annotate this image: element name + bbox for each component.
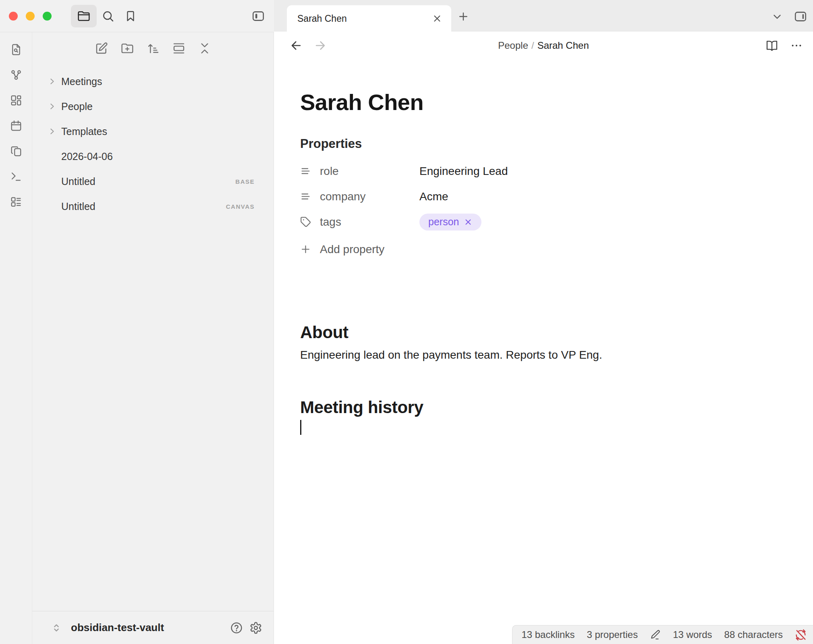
terminal-icon[interactable] (10, 170, 22, 183)
tree-item-untitled-canvas[interactable]: Untitled CANVAS (32, 194, 274, 219)
collapse-all-icon (198, 42, 211, 55)
edit-mode-pencil-icon[interactable] (650, 629, 661, 640)
close-window-button[interactable] (9, 12, 18, 21)
expand-right-sidebar-button[interactable] (794, 10, 807, 23)
left-sidebar-toggle-icon (251, 9, 265, 23)
tab-title: Sarah Chen (297, 13, 432, 24)
vault-switcher-button[interactable] (51, 622, 62, 634)
view-header: People/Sarah Chen (274, 31, 813, 60)
tree-item-templates[interactable]: Templates (32, 119, 274, 144)
new-note-button[interactable] (95, 42, 108, 55)
section-heading-meeting-history[interactable]: Meeting history (300, 397, 797, 418)
tree-item-untitled-base[interactable]: Untitled BASE (32, 169, 274, 194)
tree-item-daily-note[interactable]: 2026-04-06 (32, 144, 274, 169)
tag-icon (300, 216, 311, 227)
tree-item-label: Untitled (61, 201, 226, 212)
file-type-badge: CANVAS (226, 203, 255, 210)
new-tab-button[interactable] (457, 10, 469, 23)
navigate-forward-button[interactable] (313, 39, 327, 52)
left-ribbon (0, 32, 32, 644)
forward-arrow-icon (313, 39, 327, 52)
chevron-down-icon (771, 10, 783, 23)
tree-item-label: Meetings (61, 76, 255, 87)
property-row-tags[interactable]: tags person (300, 209, 797, 235)
x-icon (464, 218, 473, 226)
property-key[interactable]: company (320, 190, 366, 203)
close-icon (432, 13, 442, 24)
properties-count[interactable]: 3 properties (587, 629, 638, 640)
remove-tag-button[interactable] (464, 218, 473, 226)
calendar-icon[interactable] (10, 120, 22, 132)
sync-error-icon[interactable] (795, 629, 807, 641)
layout-list-icon[interactable] (10, 196, 22, 208)
help-button[interactable] (230, 621, 243, 634)
file-search-icon[interactable] (10, 44, 22, 56)
tab-list-dropdown-button[interactable] (771, 10, 783, 23)
zoom-window-button[interactable] (43, 12, 52, 21)
text-property-icon (300, 191, 311, 202)
breadcrumb-parent[interactable]: People (498, 40, 528, 51)
breadcrumb-separator: / (528, 40, 537, 51)
section-body-about[interactable]: Engineering lead on the payments team. R… (300, 347, 797, 364)
inline-title[interactable]: Sarah Chen (300, 89, 797, 116)
property-row-company[interactable]: company Acme (300, 184, 797, 209)
copy-files-icon[interactable] (10, 145, 22, 157)
status-bar: 13 backlinks 3 properties 13 words 88 ch… (512, 625, 813, 644)
property-key[interactable]: role (320, 165, 339, 178)
word-count[interactable]: 13 words (673, 629, 712, 640)
stacked-panels-button[interactable] (172, 42, 185, 55)
dashboard-icon[interactable] (10, 94, 22, 106)
file-explorer-toolbar (32, 32, 274, 64)
chevron-right-icon (48, 77, 56, 86)
minimize-window-button[interactable] (26, 12, 35, 21)
property-row-role[interactable]: role Engineering Lead (300, 158, 797, 184)
character-count[interactable]: 88 characters (724, 629, 783, 640)
bookmarks-tab-button[interactable] (119, 5, 142, 27)
sort-order-icon (147, 42, 160, 55)
plus-icon (300, 244, 311, 255)
tag-label: person (428, 216, 459, 228)
search-icon (102, 10, 114, 23)
graph-icon[interactable] (10, 69, 22, 81)
search-tab-button[interactable] (97, 5, 119, 27)
tree-item-label: 2026-04-06 (61, 151, 255, 162)
bookmark-icon (124, 10, 137, 22)
chevron-right-icon (48, 102, 56, 111)
tab-sarah-chen[interactable]: Sarah Chen (287, 5, 451, 32)
collapse-all-button[interactable] (198, 42, 211, 55)
vault-name[interactable]: obsidian-test-vault (71, 621, 224, 634)
property-value[interactable]: Engineering Lead (419, 165, 508, 178)
backlinks-count[interactable]: 13 backlinks (521, 629, 574, 640)
tree-item-people[interactable]: People (32, 94, 274, 119)
files-tab-button[interactable] (71, 5, 97, 27)
chevron-right-icon (48, 127, 56, 136)
file-explorer-pane: Meetings People Templates 2026-04-06 Unt… (32, 32, 274, 611)
new-note-icon (95, 42, 108, 55)
properties-list: role Engineering Lead company Acme (300, 158, 797, 235)
right-sidebar-toggle-icon (794, 10, 807, 23)
more-options-icon (790, 39, 803, 52)
more-options-button[interactable] (790, 39, 803, 52)
vault-switcher-row: obsidian-test-vault (32, 611, 274, 644)
close-tab-button[interactable] (432, 13, 442, 24)
navigate-back-button[interactable] (289, 39, 303, 52)
add-property-button[interactable]: Add property (300, 237, 797, 262)
settings-button[interactable] (249, 621, 262, 634)
sort-order-button[interactable] (147, 42, 160, 55)
reading-view-button[interactable] (765, 39, 778, 52)
titlebar (0, 0, 274, 32)
help-icon (230, 621, 243, 634)
text-property-icon (300, 166, 311, 177)
tree-item-meetings[interactable]: Meetings (32, 69, 274, 94)
property-key[interactable]: tags (320, 216, 341, 229)
tree-item-label: People (61, 101, 255, 112)
collapse-left-sidebar-button[interactable] (251, 9, 265, 23)
breadcrumb-current[interactable]: Sarah Chen (537, 40, 589, 51)
property-value[interactable]: Acme (419, 190, 448, 203)
properties-heading: Properties (300, 137, 797, 151)
tag-pill-person[interactable]: person (419, 214, 481, 231)
new-folder-button[interactable] (121, 42, 134, 55)
file-type-badge: BASE (235, 178, 255, 185)
add-property-label: Add property (320, 243, 384, 256)
section-heading-about[interactable]: About (300, 322, 797, 343)
